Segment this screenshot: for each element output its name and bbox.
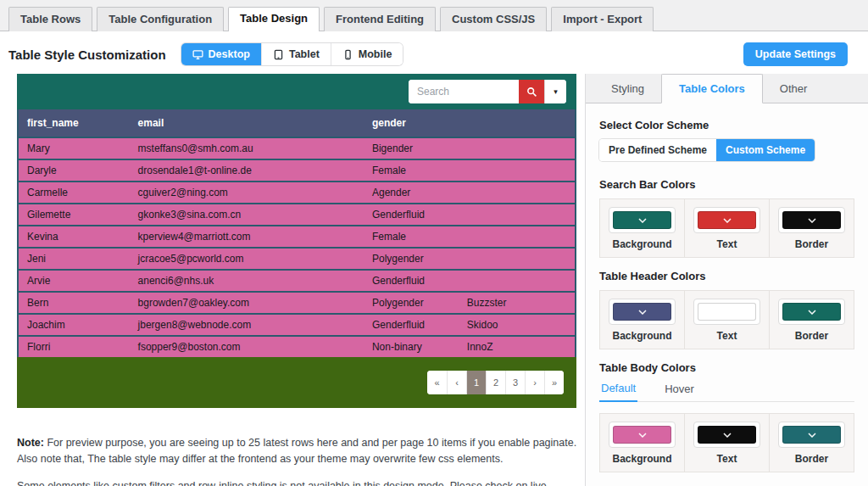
cell: Mary	[18, 137, 130, 159]
table-row: Marymsteffans0@smh.com.auBigender	[18, 137, 576, 159]
search-text-color-picker[interactable]	[698, 211, 756, 229]
cell: Arvie	[18, 270, 130, 292]
body-colors-default-tab[interactable]: Default	[599, 382, 637, 402]
pagination-last-button[interactable]: »	[544, 371, 564, 394]
table-header-row: first_name email gender	[18, 109, 576, 137]
pagination-page-3[interactable]: 3	[505, 371, 525, 394]
swatch-wrap	[609, 422, 676, 448]
color-cell: Text	[684, 199, 769, 257]
chevron-down-icon	[723, 433, 732, 438]
cell: kperview4@marriott.com	[130, 226, 364, 248]
cell: Buzzster	[459, 292, 576, 314]
update-settings-button[interactable]: Update Settings	[743, 42, 848, 66]
pagination-next-button[interactable]: ›	[525, 371, 544, 394]
search-bar-colors-group: Background Text Border	[599, 198, 854, 258]
header-background-color-picker[interactable]	[613, 303, 671, 321]
cell: Kevina	[18, 226, 130, 248]
cell: Jeni	[18, 248, 130, 270]
table-footer: « ‹ 1 2 3 › »	[17, 357, 576, 408]
column-header-extra[interactable]	[459, 109, 576, 137]
tab-frontend-editing[interactable]: Frontend Editing	[324, 7, 436, 31]
cell: bgrowden7@oakley.com	[130, 292, 364, 314]
cell: jbergen8@webnode.com	[130, 314, 364, 336]
tab-table-design[interactable]: Table Design	[228, 7, 320, 31]
cell: Polygender	[364, 248, 459, 270]
chevron-down-icon	[638, 433, 647, 438]
table-preview: ▾ first_name email gender	[17, 74, 576, 408]
tab-table-colors[interactable]: Table Colors	[661, 74, 763, 103]
search-options-dropdown[interactable]: ▾	[544, 80, 566, 103]
tab-styling[interactable]: Styling	[594, 74, 661, 103]
header-border-color-picker[interactable]	[782, 303, 841, 321]
column-header-first-name[interactable]: first_name	[18, 109, 130, 137]
body-text-color-picker[interactable]	[698, 426, 756, 444]
table-header-colors-group: Background Text Border	[599, 290, 854, 349]
tab-import-export[interactable]: Import - Export	[551, 7, 654, 31]
custom-scheme-button[interactable]: Custom Scheme	[716, 139, 815, 161]
chevron-down-icon	[723, 310, 732, 315]
note-paragraph-2: Some elements like custom filters and ro…	[17, 478, 578, 486]
column-header-gender[interactable]: gender	[364, 109, 459, 137]
cell: Genderfluid	[364, 204, 459, 226]
main-content: Table Style Customization Desktop Tablet…	[0, 31, 868, 486]
color-scheme-title: Select Color Scheme	[599, 119, 854, 131]
pagination-page-1[interactable]: 1	[466, 371, 486, 394]
tablet-preview-button[interactable]: Tablet	[261, 43, 331, 65]
swatch-label: Text	[693, 453, 760, 465]
swatch-wrap	[778, 422, 845, 448]
tab-table-configuration[interactable]: Table Configuration	[97, 7, 224, 31]
desktop-preview-button[interactable]: Desktop	[181, 43, 261, 65]
tab-table-rows[interactable]: Table Rows	[8, 7, 92, 31]
table-row: Florrifsopper9@boston.comNon-binaryInnoZ	[18, 336, 576, 357]
cell: Daryle	[18, 159, 130, 182]
color-cell: Text	[684, 414, 769, 472]
body-colors-state-tabs: Default Hover	[599, 382, 854, 402]
tab-other[interactable]: Other	[763, 74, 825, 103]
chevron-down-icon	[723, 218, 732, 223]
chevron-down-icon	[808, 310, 816, 315]
tab-custom-css-js[interactable]: Custom CSS/JS	[440, 7, 547, 31]
column-header-email[interactable]: email	[130, 109, 364, 137]
search-input[interactable]	[409, 80, 519, 103]
table-body-colors-title: Table Body Colors	[599, 361, 854, 374]
pagination-first-button[interactable]: «	[427, 371, 447, 394]
cell: Agender	[364, 182, 459, 204]
cell: Female	[364, 159, 459, 182]
search-background-color-picker[interactable]	[613, 211, 671, 229]
mobile-preview-label: Mobile	[359, 48, 392, 60]
cell: jcracoe5@pcworld.com	[130, 248, 364, 270]
mobile-preview-button[interactable]: Mobile	[331, 43, 403, 65]
magnifier-icon	[526, 87, 537, 98]
cell	[459, 159, 576, 182]
swatch-wrap	[778, 207, 845, 233]
preview-notes: Note: For preview purpose, you are seein…	[17, 435, 578, 486]
cell: Gilemette	[18, 204, 130, 226]
cell	[459, 248, 576, 270]
table-row: Daryledrosendale1@t-online.deFemale	[18, 159, 576, 182]
color-cell: Background	[600, 199, 684, 257]
body-border-color-picker[interactable]	[782, 426, 841, 444]
predefined-scheme-button[interactable]: Pre Defined Scheme	[599, 139, 716, 161]
cell: Florri	[18, 336, 130, 357]
swatch-wrap	[609, 299, 676, 325]
pagination: « ‹ 1 2 3 › »	[427, 371, 564, 394]
table-body-colors-group: Background Text Border	[599, 413, 854, 472]
body-colors-hover-tab[interactable]: Hover	[663, 382, 696, 401]
pagination-page-2[interactable]: 2	[486, 371, 505, 394]
search-border-color-picker[interactable]	[782, 211, 841, 229]
body-background-color-picker[interactable]	[613, 426, 671, 444]
header-text-color-picker[interactable]	[698, 303, 756, 321]
swatch-wrap	[693, 422, 760, 448]
settings-panel: Styling Table Colors Other Select Color …	[585, 74, 868, 486]
swatch-wrap	[693, 207, 760, 233]
swatch-label: Text	[693, 330, 760, 342]
search-button[interactable]	[519, 80, 544, 103]
cell: msteffans0@smh.com.au	[130, 137, 364, 159]
chevron-down-icon	[808, 433, 816, 438]
pagination-prev-button[interactable]: ‹	[447, 371, 466, 394]
swatch-label: Border	[778, 453, 845, 465]
table-header-colors-title: Table Header Colors	[599, 270, 854, 282]
chevron-down-icon	[808, 218, 816, 223]
chevron-down-icon	[638, 310, 647, 315]
swatch-label: Border	[778, 330, 845, 342]
